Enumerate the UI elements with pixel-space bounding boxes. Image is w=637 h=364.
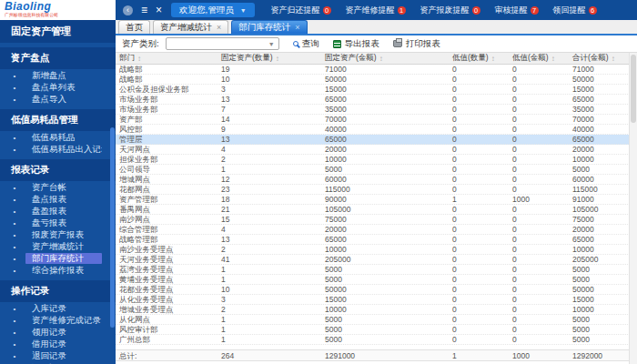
sidebar-item[interactable]: •借用记录 [0,339,116,349]
table-cell: 0 [449,155,509,164]
export-button[interactable]: 导出报表 [333,38,379,50]
sidebar-item[interactable]: •资产维修完成记录 [0,315,116,326]
table-cell: 0 [509,325,569,334]
notification-item[interactable]: 资产归还提醒0 [271,5,331,16]
notification-badge: 7 [531,6,539,15]
table-row[interactable]: 公积金及担保业务部3150000015000 [116,85,637,95]
column-header[interactable]: 固定资产(数量)↕ [217,53,321,64]
sort-icon: ↕ [612,55,615,63]
sidebar-item[interactable]: •资产增减统计 [0,241,116,252]
table-cell: 0 [509,335,569,344]
sidebar-item[interactable]: •盘点报表 [0,194,116,205]
table-row[interactable]: 天河业务受理点4120500000205000 [116,255,637,265]
collapse-sidebar-icon[interactable]: ‹ [123,5,133,15]
sidebar-item[interactable]: •新增盘点 [0,70,116,81]
table-row[interactable]: 资产管理部18900001100091000 [116,195,637,205]
notification-item[interactable]: 审核提醒7 [495,5,539,16]
table-row[interactable]: 黄埔业务受理点15000005000 [116,275,637,285]
column-header[interactable]: 低值(金额)↕ [509,53,569,64]
table-row[interactable]: 南沙网点15750000075000 [116,215,637,225]
table-row[interactable]: 花都网点2311500000115000 [116,185,637,195]
print-button[interactable]: 打印报表 [393,38,440,50]
table-row[interactable]: 从化业务受理点3150000015000 [116,295,637,305]
table-cell: 5000 [321,275,449,284]
table-cell: 天河业务受理点 [116,255,217,264]
table-row[interactable]: 增城网点12600000060000 [116,175,637,185]
user-menu-button[interactable]: 欢迎您,管理员 ▼ [171,3,255,17]
sidebar-item[interactable]: •领用记录 [0,327,116,338]
table-cell: 0 [509,205,569,214]
notification-item[interactable]: 资产维修提醒1 [346,5,406,16]
sidebar-sections: 资产盘点•新增盘点•盘点单列表•盘点导入低值易耗品管理•低值易耗品•低值易耗品出… [0,47,116,364]
table-row[interactable]: 资产部14700000070000 [116,115,637,125]
table-row[interactable]: 担保业务部2100000010000 [116,155,637,165]
bullet-icon: • [10,207,19,216]
column-header[interactable]: 低值(数量)↕ [449,53,509,64]
asset-category-select[interactable]: ▼ [166,37,279,50]
tab[interactable]: 首页 [118,20,150,34]
excel-export-icon [333,40,341,48]
sidebar-item[interactable]: •低值易耗品 [0,132,116,143]
sidebar-section-header[interactable]: 操作记录 [0,280,116,302]
sidebar-item[interactable]: •退回记录 [0,350,116,361]
close-icon[interactable]: × [156,0,162,20]
scrollbar-thumb[interactable] [631,55,636,123]
bullet-icon: • [10,267,19,275]
table-row[interactable]: 南沙业务受理点2100000010000 [116,245,637,255]
close-tab-icon[interactable]: × [295,24,299,32]
table-row[interactable]: 广州总部15000005000 [116,335,637,345]
table-cell: 115000 [569,185,637,194]
sidebar-item[interactable]: •盘点导入 [0,94,116,105]
table-cell: 0 [449,245,509,254]
table-cell: 0 [509,115,569,124]
notification-item[interactable]: 领回提醒6 [553,5,597,16]
table-row[interactable]: 荔湾业务受理点15000005000 [116,265,637,275]
table-row[interactable]: 综合管理部4200000020000 [116,225,637,235]
sidebar-section-header[interactable]: 资产盘点 [0,47,116,69]
column-header[interactable]: 合计(金额)↕ [569,53,637,64]
close-tab-icon[interactable]: × [217,24,221,32]
column-header[interactable]: 部门↕ [116,53,217,64]
tab-active[interactable]: 部门库存统计× [231,20,307,34]
table-row[interactable]: 战略部19710000071000 [116,65,637,75]
bullet-icon: • [10,84,19,92]
column-header[interactable]: 固定资产(金额)↕ [321,53,449,64]
sidebar-item[interactable]: •盘盈报表 [0,206,116,217]
table-row[interactable]: 番禺网点2110500000105000 [116,205,637,215]
table-cell: 50000 [321,75,449,84]
table-row[interactable]: 增城业务受理点2100000010000 [116,305,637,315]
tab[interactable]: 资产增减统计× [153,20,228,34]
menu-icon[interactable]: ≡ [141,0,147,20]
sidebar-item[interactable]: •盘亏报表 [0,217,116,228]
search-button[interactable]: 查询 [293,38,319,50]
sidebar-scrollbar[interactable] [110,127,115,328]
table-row[interactable]: 风控部9400000040000 [116,125,637,135]
table-row[interactable]: 公司领导15000005000 [116,165,637,175]
sidebar-item[interactable]: •综合操作报表 [0,265,116,276]
table-row[interactable]: 从化网点15000005000 [116,315,637,325]
table-cell: 3 [217,85,321,94]
table-row[interactable]: 战略管理部13650000065000 [116,235,637,245]
bullet-icon: • [10,219,19,228]
table-row[interactable]: 市场业务部13650000065000 [116,95,637,105]
table-cell: 广州总部 [116,335,217,344]
toolbar: 资产类别: ▼ 查询 导出报表 打印报表 [116,35,637,53]
table-row[interactable]: 市场业务部7350000035000 [116,105,637,115]
sidebar-item[interactable]: •部门库存统计 [0,253,116,264]
table-row[interactable]: 花都业务受理点10500000050000 [116,285,637,295]
sidebar-item[interactable]: •资产台帐 [0,182,116,193]
sidebar-item[interactable]: •报废资产报表 [0,229,116,240]
sidebar-item[interactable]: •低值易耗品出入记录 [0,144,116,155]
table-row[interactable]: 风控审计部15000005000 [116,325,637,335]
table-scrollbar[interactable] [629,53,637,364]
sidebar-section-header[interactable]: 低值易耗品管理 [0,109,116,131]
table-row[interactable]: 战略部10500000050000 [116,75,637,85]
table-cell: 0 [449,255,509,264]
sidebar-item[interactable]: •入库记录 [0,303,116,314]
sidebar-item[interactable]: •盘点单列表 [0,82,116,93]
sidebar-section-header[interactable]: 报表记录 [0,159,116,181]
notification-item[interactable]: 资产报废提醒0 [420,5,480,16]
table-cell: 70000 [569,115,637,124]
table-row[interactable]: 天河网点4200000020000 [116,145,637,155]
table-row[interactable]: 管理层13650000065000 [116,135,637,145]
